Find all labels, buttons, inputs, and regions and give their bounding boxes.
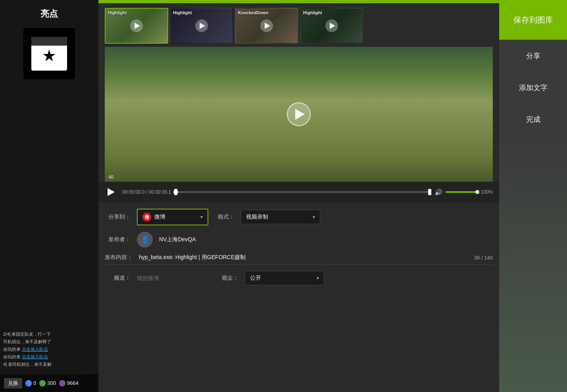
video-controls: 00:00:00.0 / 00:00:30.1 🔊 100% xyxy=(98,182,499,202)
main-content: Highlight Highlight KnockedDown xyxy=(98,0,499,392)
blue-coin-icon xyxy=(25,380,32,386)
thumb-play-2 xyxy=(171,9,233,43)
progress-thumb[interactable] xyxy=(173,190,178,194)
bottom-bar: 兑换 0 300 9664 xyxy=(0,374,98,392)
avatar-icon: 👤 xyxy=(140,235,149,244)
video-timestamp: 60 xyxy=(109,175,113,179)
chat-link[interactable]: 点击加入队伍 xyxy=(22,354,48,359)
format-label: 格式： xyxy=(215,213,234,221)
publisher-avatar: 👤 xyxy=(137,232,153,248)
top-bar xyxy=(98,0,499,3)
publisher-label: 发布者： xyxy=(105,236,131,243)
sidebar-title: 亮点 xyxy=(40,8,58,20)
time-display: 00:00:00.0 / 00:00:30.1 xyxy=(122,189,171,195)
sidebar: 亮点 ★ 2/4] 来固定队友，打一下 司机就位，来不及解释了 会玩的来 点击加… xyxy=(0,0,98,392)
thumb-play-3 xyxy=(236,9,298,43)
done-button[interactable]: 完成 xyxy=(499,103,567,135)
share-platform-row: 分享到： 微 微博 ▾ 格式： 视频录制 ▾ xyxy=(105,209,493,225)
volume-fill xyxy=(446,191,477,193)
publisher-name: NV上海DevQA xyxy=(159,236,196,243)
thumb-play-4 xyxy=(301,9,363,43)
currency-blue-value: 0 xyxy=(33,380,36,386)
currency-green-value: 300 xyxy=(47,380,56,386)
thumbnail-2[interactable]: Highlight xyxy=(170,8,233,44)
content-input[interactable] xyxy=(139,254,468,261)
chevron-down-icon: ▾ xyxy=(317,275,319,281)
video-time-text: 60 xyxy=(109,175,113,179)
save-to-library-button[interactable]: 保存到图库 xyxy=(499,0,567,40)
progress-bar[interactable] xyxy=(176,191,430,193)
star-icon: ★ xyxy=(42,46,56,65)
video-player[interactable]: 60 xyxy=(105,47,493,182)
content-label: 发布内容： xyxy=(105,254,133,261)
right-panel: 保存到图库 分享 添加文字 完成 xyxy=(499,0,567,392)
content-count: 36 / 140 xyxy=(474,255,493,261)
platform-label: 微博 xyxy=(154,213,165,221)
weibo-icon: 微 xyxy=(142,213,151,221)
content-row: 发布内容： 36 / 140 xyxy=(105,254,493,265)
thumbnail-4[interactable]: Highlight xyxy=(300,8,363,44)
volume-bar[interactable] xyxy=(446,191,477,193)
play-triangle-icon xyxy=(108,188,115,196)
play-button[interactable] xyxy=(105,186,117,198)
green-coin-icon xyxy=(39,380,46,386)
channel-row: 频道： 观众： 公开 ▾ xyxy=(105,271,493,285)
play-circle-icon xyxy=(130,19,143,32)
exchange-button[interactable]: 兑换 xyxy=(4,378,22,388)
thumbnail-3[interactable]: KnockedDown xyxy=(235,8,298,44)
sidebar-icon-container: ★ xyxy=(23,28,75,79)
chat-line: 2/4] 来固定队友，打一下 xyxy=(3,331,95,337)
audience-label: 观众： xyxy=(213,275,238,282)
chat-line: 会玩的来 点击加入队伍 xyxy=(3,354,95,360)
video-play-circle-icon xyxy=(287,102,311,126)
add-text-button[interactable]: 添加文字 xyxy=(499,71,567,103)
chat-overlay: 2/4] 来固定队友，打一下 司机就位，来不及解释了 会玩的来 点击加入队伍 会… xyxy=(0,328,98,372)
thumb-play-1 xyxy=(106,9,167,43)
video-play-triangle-icon xyxy=(295,109,305,120)
currency-purple: 9664 xyxy=(59,380,79,386)
platform-select[interactable]: 微 微博 ▾ xyxy=(137,209,208,225)
currency-green: 300 xyxy=(39,380,56,386)
chat-line: 司机就位，来不及解释了 xyxy=(3,339,95,345)
right-panel-decoration xyxy=(499,135,567,392)
play-circle-icon xyxy=(325,19,338,32)
channel-label: 频道： xyxy=(105,275,131,282)
volume-area: 🔊 100% xyxy=(434,188,493,196)
audience-value: 公开 xyxy=(250,275,261,282)
currency-blue: 0 xyxy=(25,380,36,386)
format-value: 视频录制 xyxy=(246,213,268,221)
format-select[interactable]: 视频录制 ▾ xyxy=(241,210,320,224)
share-button[interactable]: 分享 xyxy=(499,40,567,71)
play-triangle-icon xyxy=(135,23,140,29)
play-circle-icon xyxy=(260,19,273,32)
thumbnails-strip: Highlight Highlight KnockedDown xyxy=(98,3,499,47)
chat-link[interactable]: 点击加入队伍 xyxy=(22,347,48,352)
purple-coin-icon xyxy=(59,380,65,386)
volume-percentage: 100% xyxy=(481,189,493,195)
share-form: 分享到： 微 微博 ▾ 格式： 视频录制 ▾ 发布者： 👤 NV上海DevQA … xyxy=(98,202,499,285)
play-triangle-icon xyxy=(200,23,205,29)
trim-right-handle[interactable] xyxy=(428,189,431,195)
chat-line: 4] 老司机就位，来不及解 xyxy=(3,361,95,367)
volume-thumb[interactable] xyxy=(475,190,479,194)
clapperboard-icon: ★ xyxy=(31,37,67,71)
play-triangle-icon xyxy=(330,23,335,29)
volume-icon: 🔊 xyxy=(434,188,442,196)
audience-select[interactable]: 公开 ▾ xyxy=(245,271,324,285)
share-to-label: 分享到： xyxy=(105,213,131,221)
chat-line: 会玩的来 点击加入队伍 xyxy=(3,346,95,352)
play-circle-icon xyxy=(195,19,208,32)
chevron-down-icon: ▾ xyxy=(313,214,315,220)
play-triangle-icon xyxy=(265,23,270,29)
currency-purple-value: 9664 xyxy=(67,380,79,386)
channel-input[interactable] xyxy=(137,275,206,281)
video-play-button[interactable] xyxy=(105,47,493,182)
publisher-row: 发布者： 👤 NV上海DevQA xyxy=(105,232,493,248)
chevron-down-icon: ▾ xyxy=(200,214,203,220)
thumbnail-1[interactable]: Highlight xyxy=(105,8,168,44)
